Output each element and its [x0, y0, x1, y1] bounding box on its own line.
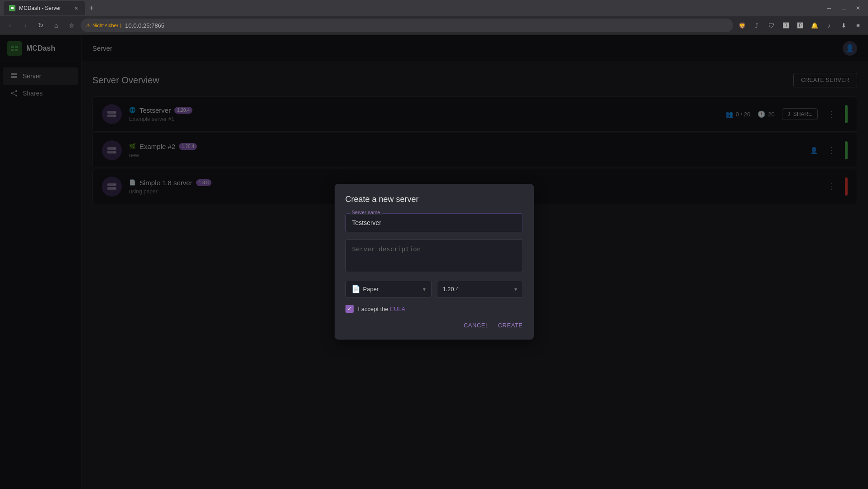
- back-button[interactable]: ‹: [4, 19, 16, 32]
- tab-favicon: [9, 5, 15, 11]
- brave-icon[interactable]: 🦁: [736, 19, 748, 32]
- software-label: Paper: [363, 286, 379, 292]
- check-icon: ✓: [347, 306, 352, 312]
- server-name-input[interactable]: [345, 213, 523, 232]
- bookmark-button[interactable]: ☆: [65, 19, 78, 32]
- server-name-label: Server name: [350, 210, 382, 215]
- eula-text: I accept the EULA: [358, 306, 406, 312]
- software-select[interactable]: 📄 Paper ▾: [345, 281, 432, 297]
- settings-icon[interactable]: ≡: [852, 19, 864, 32]
- browser-chrome: MCDash - Server ✕ + ─ □ ✕ ‹ › ↻ ⌂ ☆ ⚠ Ni…: [0, 0, 868, 35]
- server-description-group: [345, 240, 523, 273]
- separator: |: [120, 23, 121, 28]
- tab-bar: MCDash - Server ✕ + ─ □ ✕: [0, 0, 868, 16]
- security-label: Nicht sicher: [92, 23, 118, 28]
- close-window-button[interactable]: ✕: [852, 2, 864, 14]
- eula-row: ✓ I accept the EULA: [345, 305, 523, 313]
- security-badge: ⚠ Nicht sicher |: [86, 23, 121, 29]
- active-tab[interactable]: MCDash - Server ✕: [4, 1, 85, 15]
- home-button[interactable]: ⌂: [50, 19, 62, 32]
- modal-overlay[interactable]: Create a new server Server name 📄 Paper …: [0, 34, 868, 489]
- modal-actions: CANCEL CREATE: [345, 322, 523, 329]
- window-controls: ─ □ ✕: [823, 2, 864, 14]
- create-button[interactable]: CREATE: [498, 322, 523, 329]
- download-icon[interactable]: ⬇: [837, 19, 850, 32]
- version-select[interactable]: 1.20.4 ▾: [437, 281, 523, 297]
- share-toolbar-icon[interactable]: ⤴: [750, 19, 763, 32]
- eula-prefix: I accept the: [358, 306, 390, 312]
- new-tab-button[interactable]: +: [85, 2, 98, 14]
- shield-icon[interactable]: 🛡: [765, 19, 777, 32]
- create-server-modal: Create a new server Server name 📄 Paper …: [335, 184, 534, 340]
- refresh-button[interactable]: ↻: [34, 19, 47, 32]
- extension-icon-2[interactable]: 🅿: [794, 19, 806, 32]
- cancel-button[interactable]: CANCEL: [464, 322, 489, 329]
- forward-button[interactable]: ›: [19, 19, 32, 32]
- svg-rect-2: [11, 8, 14, 9]
- restore-button[interactable]: □: [837, 2, 850, 14]
- form-selects: 📄 Paper ▾ 1.20.4 ▾: [345, 281, 523, 297]
- server-description-input[interactable]: [345, 240, 523, 272]
- tab-close-button[interactable]: ✕: [72, 5, 80, 12]
- music-icon[interactable]: ♪: [823, 19, 835, 32]
- extension-icon-1[interactable]: 🅱: [779, 19, 792, 32]
- version-dropdown-arrow: ▾: [514, 286, 517, 292]
- modal-title: Create a new server: [345, 195, 523, 204]
- browser-toolbar-icons: 🦁 ⤴ 🛡 🅱 🅿 🔔 ♪ ⬇ ≡: [736, 19, 864, 32]
- eula-checkbox[interactable]: ✓: [345, 305, 354, 313]
- address-text: 10.0.0.25:7865: [125, 22, 164, 29]
- version-label: 1.20.4: [443, 286, 459, 292]
- minimize-button[interactable]: ─: [823, 2, 835, 14]
- server-name-group: Server name: [345, 213, 523, 232]
- tab-title: MCDash - Server: [19, 5, 61, 11]
- notification-icon[interactable]: 🔔: [808, 19, 821, 32]
- svg-rect-1: [11, 7, 14, 8]
- eula-link[interactable]: EULA: [390, 306, 405, 312]
- software-dropdown-arrow: ▾: [423, 286, 426, 292]
- paper-icon: 📄: [351, 285, 360, 293]
- address-bar-row: ‹ › ↻ ⌂ ☆ ⚠ Nicht sicher | 10.0.0.25:786…: [0, 16, 868, 34]
- warning-icon: ⚠: [86, 23, 91, 29]
- address-bar[interactable]: ⚠ Nicht sicher | 10.0.0.25:7865: [81, 19, 733, 32]
